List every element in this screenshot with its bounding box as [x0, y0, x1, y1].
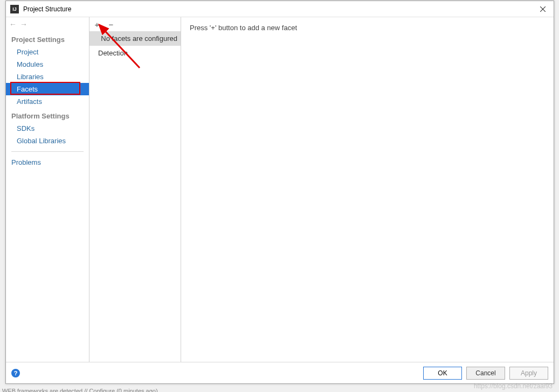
window-close-button[interactable] [532, 1, 554, 17]
plus-icon: + [95, 20, 100, 29]
facet-details-panel: Press '+' button to add a new facet [181, 17, 554, 362]
cancel-button[interactable]: Cancel [466, 367, 505, 380]
nav-item-facets[interactable]: Facets [6, 83, 89, 95]
remove-facet-button[interactable]: − [106, 19, 116, 30]
facets-detection-row[interactable]: Detection [89, 46, 181, 60]
nav-item-modules[interactable]: Modules [6, 58, 89, 71]
nav-history-controls: ← → [6, 17, 89, 31]
window-title: Project Structure [23, 5, 532, 13]
nav-item-artifacts[interactable]: Artifacts [6, 95, 89, 108]
facets-list-panel: + − No facets are configured Detection [89, 17, 181, 362]
facets-list: No facets are configured Detection [89, 31, 181, 362]
ide-status-bar-fragment: WEB frameworks are detected // Configure… [0, 388, 559, 392]
ok-label: OK [438, 369, 447, 377]
app-icon: IJ [10, 5, 19, 13]
cancel-label: Cancel [475, 369, 495, 377]
add-facet-button[interactable]: + [92, 19, 102, 30]
nav-forward-button[interactable]: → [20, 20, 27, 29]
ok-button[interactable]: OK [423, 367, 462, 380]
minus-icon: − [109, 20, 114, 29]
platform-settings-header: Platform Settings [6, 108, 89, 122]
facets-empty-row[interactable]: No facets are configured [89, 31, 181, 46]
nav-item-libraries[interactable]: Libraries [6, 71, 89, 83]
dialog-body: ← → Project Settings Project Modules Lib… [6, 17, 554, 362]
nav-back-button[interactable]: ← [9, 20, 17, 29]
title-bar: IJ Project Structure [6, 1, 554, 17]
project-structure-dialog: IJ Project Structure ← → Project Setting… [5, 1, 554, 384]
hint-text: Press '+' button to add a new facet [190, 24, 545, 32]
dialog-footer: ? OK Cancel Apply [6, 362, 554, 383]
nav-item-project[interactable]: Project [6, 46, 89, 58]
help-icon: ? [14, 370, 18, 376]
close-icon [540, 6, 546, 12]
help-button[interactable]: ? [11, 369, 20, 377]
nav-item-problems[interactable]: Problems [6, 156, 89, 169]
settings-nav-panel: ← → Project Settings Project Modules Lib… [6, 17, 89, 362]
project-settings-header: Project Settings [6, 31, 89, 46]
nav-item-global-libraries[interactable]: Global Libraries [6, 135, 89, 147]
facets-toolbar: + − [89, 17, 181, 31]
nav-divider [11, 151, 84, 152]
apply-label: Apply [521, 369, 537, 377]
apply-button: Apply [509, 367, 548, 380]
nav-item-sdks[interactable]: SDKs [6, 122, 89, 135]
